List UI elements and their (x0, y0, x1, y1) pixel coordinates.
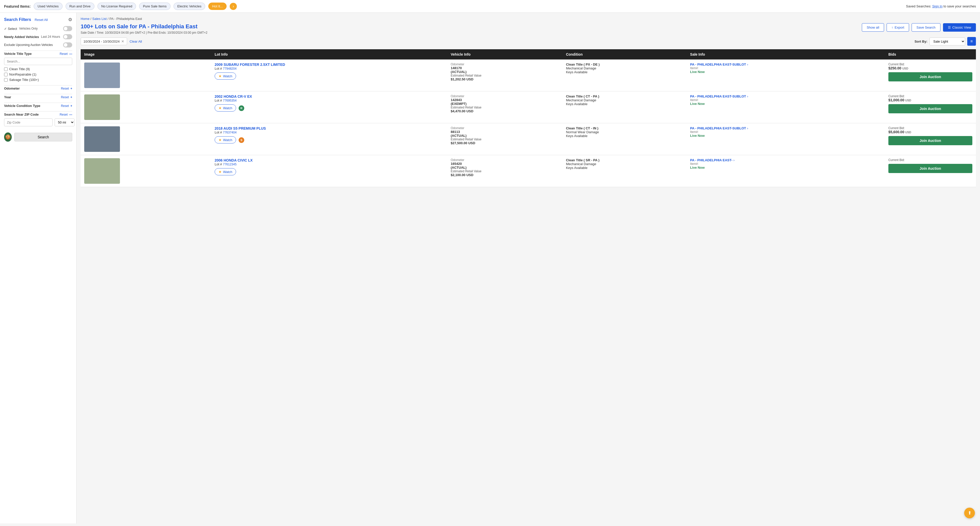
col-sale-info: Sale Info (687, 49, 885, 59)
search-button[interactable]: Search (14, 133, 72, 141)
odometer-value: 88113 (451, 130, 559, 134)
sale-location-link[interactable]: PA - PHILADELPHIA EAST- (690, 158, 732, 162)
action-buttons: Show all ↑ Export Save Search ☰ Classic … (862, 23, 976, 32)
sort-icon-button[interactable]: ≡ (967, 37, 976, 46)
lot-number-link[interactable]: 77695354 (223, 99, 236, 102)
bids-cell: Current Bid: $250.00 USD Join Auction (885, 59, 976, 91)
clear-all-button[interactable]: Clear All (130, 40, 142, 43)
exclude-upcoming-toggle[interactable] (63, 42, 72, 48)
odometer-label: Odometer (451, 62, 559, 66)
salvage-title-checkbox[interactable] (4, 78, 8, 82)
miles-select[interactable]: 50 mi 25 mi 100 mi 200 mi (55, 118, 75, 126)
vehicle-condition-reset-btn[interactable]: Reset (61, 104, 69, 108)
year-section: Year Reset + (4, 95, 72, 99)
vehicle-image-cell (81, 59, 211, 91)
odometer-type: (ACTUAL) (451, 166, 559, 170)
select-vehicles-toggle[interactable] (63, 26, 72, 31)
breadcrumb-home[interactable]: Home (81, 17, 89, 21)
sale-info-cell: PA - PHILADELPHIA EAST-SUBLOT › Item#: L… (687, 123, 885, 155)
newly-added-toggle[interactable] (63, 34, 72, 39)
sidebar: Search Filters Reset All ⚙ ✓ Select Vehi… (0, 13, 76, 523)
current-bid-amount: $250.00 USD (888, 66, 972, 70)
sale-date: Sale Date / Time: 10/30/2024 04:00 pm GM… (81, 31, 207, 35)
zip-code-reset-btn[interactable]: Reset (60, 113, 68, 116)
vehicle-info-cell: Odometer 165420 (ACTUAL) Estimated Retai… (447, 155, 563, 187)
featured-btn-no-license[interactable]: No License Required (97, 3, 136, 10)
table-row: 2002 HONDA CR-V EX Lot # 77695354 ★ Watc… (81, 91, 976, 123)
current-bid-label: Current Bid: (888, 62, 972, 66)
lot-info-cell: 2002 HONDA CR-V EX Lot # 77695354 ★ Watc… (211, 91, 447, 123)
select-vehicles-sub: Vehicles Only (19, 27, 38, 30)
lot-info-cell: 2009 SUBARU FORESTER 2.5XT LIMITED Lot #… (211, 59, 447, 91)
col-image: Image (81, 49, 211, 59)
content-area: Home / Sales List / PA - Philadelphia Ea… (76, 13, 980, 523)
vehicle-title-reset-btn[interactable]: Reset (60, 52, 68, 56)
vehicle-title-search-input[interactable] (4, 58, 72, 65)
bids-cell: Current Bid: $1,000.00 USD Join Auction (885, 91, 976, 123)
featured-btn-pure-sale[interactable]: Pure Sale Items (139, 3, 170, 10)
join-auction-button[interactable]: Join Auction (888, 164, 972, 173)
featured-label: Featured Items: (4, 4, 30, 8)
newly-added-label: Newly Added Vehicles (4, 35, 39, 39)
join-auction-button[interactable]: Join Auction (888, 104, 972, 113)
featured-btn-used-vehicles[interactable]: Used Vehicles (34, 3, 62, 10)
chevron-icon: › (733, 158, 735, 162)
breadcrumb-sales-list[interactable]: Sales List (92, 17, 107, 21)
nonrepairable-checkbox[interactable] (4, 73, 8, 76)
remove-date-filter-button[interactable]: ✕ (121, 39, 124, 43)
zip-code-input[interactable] (4, 118, 52, 126)
watch-button[interactable]: ★ Watch (215, 136, 236, 143)
year-reset-btn[interactable]: Reset (61, 95, 69, 99)
lot-title-link[interactable]: 2006 HONDA CIVIC LX (215, 158, 253, 162)
breadcrumb-current: PA - Philadelphia East (110, 17, 142, 21)
vehicle-image[interactable] (84, 126, 120, 152)
condition-damage: Mechanical Damage (566, 98, 683, 102)
join-auction-button[interactable]: Join Auction (888, 136, 972, 145)
watch-button[interactable]: ★ Watch (215, 73, 236, 79)
sale-location-link[interactable]: PA - PHILADELPHIA EAST-SUBLOT (690, 126, 746, 130)
featured-btn-run-and-drive[interactable]: Run and Drive (65, 3, 94, 10)
scroll-to-top-button[interactable]: ⬆ (964, 508, 975, 518)
odometer-reset-btn[interactable]: Reset (61, 87, 69, 91)
join-auction-button[interactable]: Join Auction (888, 72, 972, 81)
watch-button[interactable]: ★ Watch (215, 104, 236, 111)
salvage-title-checkbox-item: Salvage Title (100+) (4, 78, 72, 82)
clean-title-label: Clean Title (9) (9, 67, 30, 71)
lot-title-link[interactable]: 2002 HONDA CR-V EX (215, 94, 252, 99)
lot-title-link[interactable]: 2009 SUBARU FORESTER 2.5XT LIMITED (215, 62, 285, 67)
vehicle-image[interactable] (84, 94, 120, 120)
sort-select[interactable]: Sale Light Price Low-High Price High-Low… (929, 38, 965, 45)
sale-location-link[interactable]: PA - PHILADELPHIA EAST-SUBLOT (690, 62, 746, 66)
odometer-label: Odometer (451, 158, 559, 162)
sign-in-link[interactable]: Sign In (932, 4, 942, 8)
sort-row: Sort By: Sale Light Price Low-High Price… (915, 37, 976, 46)
col-vehicle-info: Vehicle Info (447, 49, 563, 59)
lot-number-link[interactable]: 77637404 (223, 131, 236, 134)
vehicle-image[interactable] (84, 62, 120, 88)
vehicle-condition-section: Vehicle Condition Type Reset + (4, 104, 72, 108)
show-all-button[interactable]: Show all (862, 23, 884, 32)
featured-btn-electric[interactable]: Electric Vehicles (173, 3, 205, 10)
chevron-icon: › (747, 94, 748, 98)
export-button[interactable]: ↑ Export (886, 23, 909, 32)
vehicle-image[interactable] (84, 158, 120, 184)
clean-title-checkbox[interactable] (4, 67, 8, 71)
main-layout: Search Filters Reset All ⚙ ✓ Select Vehi… (0, 13, 980, 523)
vehicle-badge: S (239, 137, 244, 143)
last-hours-dropdown[interactable]: Last 24 Hours (41, 35, 60, 38)
lot-title-link[interactable]: 2018 AUDI S5 PREMIUM PLUS (215, 126, 266, 130)
reset-all-button[interactable]: Reset All (35, 18, 48, 22)
featured-btn-hot-items[interactable]: Hot It... (208, 3, 227, 10)
save-search-button[interactable]: Save Search (912, 23, 940, 32)
lot-number-link[interactable]: 77612345 (223, 162, 236, 166)
condition-title: Clean Title ( SR - PA ) (566, 158, 683, 162)
classic-view-button[interactable]: ☰ Classic View (943, 23, 976, 32)
more-featured-button[interactable]: › (230, 3, 237, 10)
watch-button[interactable]: ★ Watch (215, 168, 236, 175)
sale-location-link[interactable]: PA - PHILADELPHIA EAST-SUBLOT (690, 94, 746, 98)
sidebar-header: Search Filters Reset All ⚙ (4, 17, 72, 22)
lot-number-link[interactable]: 77948204 (223, 67, 236, 70)
vehicle-title-type-label: Vehicle Title Type (4, 52, 32, 56)
condition-title: Clean Title ( PX - DE ) (566, 62, 683, 66)
vehicle-image-cell (81, 91, 211, 123)
